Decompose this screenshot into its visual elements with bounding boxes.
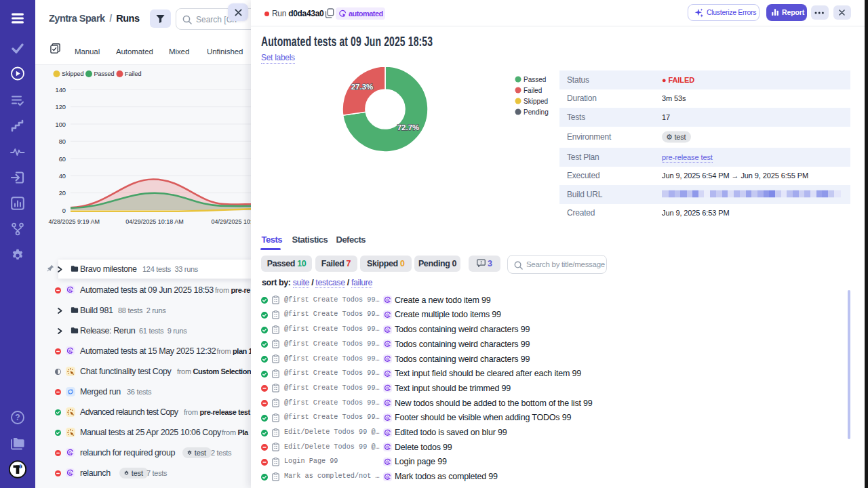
svg-text:4/28/2025 9:19 AM: 4/28/2025 9:19 AM bbox=[49, 218, 100, 225]
svg-text:40: 40 bbox=[59, 173, 66, 180]
svg-text:0: 0 bbox=[62, 207, 66, 214]
svg-text:?: ? bbox=[15, 413, 20, 422]
svg-text:140: 140 bbox=[55, 87, 66, 94]
svg-text:04/29/2025 10:18 AM: 04/29/2025 10:18 AM bbox=[125, 218, 184, 225]
svg-text:04/29/2025 10:18: 04/29/2025 10:18 bbox=[212, 218, 252, 225]
svg-text:20: 20 bbox=[59, 190, 66, 197]
svg-text:27.3%: 27.3% bbox=[351, 83, 374, 91]
svg-text:72.7%: 72.7% bbox=[397, 123, 420, 131]
svg-text:Passed: Passed bbox=[94, 70, 115, 77]
svg-text:80: 80 bbox=[59, 138, 66, 145]
svg-text:Skipped: Skipped bbox=[524, 98, 548, 105]
svg-text:120: 120 bbox=[55, 104, 66, 110]
svg-text:100: 100 bbox=[55, 121, 66, 128]
svg-text:Failed: Failed bbox=[524, 87, 542, 94]
svg-text:Failed: Failed bbox=[125, 70, 142, 77]
svg-text:60: 60 bbox=[59, 156, 66, 163]
svg-text:Pending: Pending bbox=[524, 108, 549, 116]
svg-text:Passed: Passed bbox=[524, 76, 546, 83]
svg-text:Skipped: Skipped bbox=[62, 70, 84, 77]
